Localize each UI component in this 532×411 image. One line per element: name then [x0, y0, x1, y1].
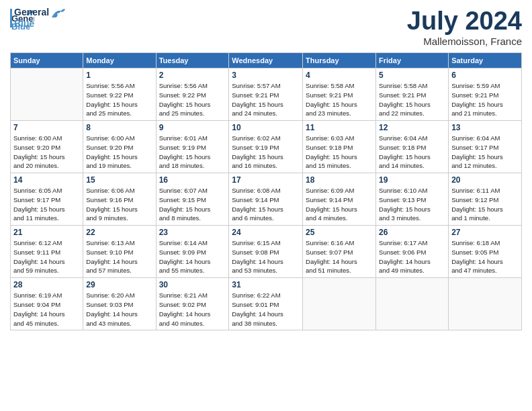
day-info: Sunrise: 6:03 AMSunset: 9:18 PMDaylight:… [306, 134, 373, 171]
day-number: 27 [451, 228, 519, 237]
calendar-week-4: 21Sunrise: 6:12 AMSunset: 9:11 PMDayligh… [11, 226, 522, 278]
day-number: 15 [86, 175, 152, 185]
calendar-header-row: SundayMondayTuesdayWednesdayThursdayFrid… [11, 53, 522, 68]
day-number: 19 [379, 175, 445, 185]
header-day-tuesday: Tuesday [156, 53, 229, 68]
calendar-cell: 30Sunrise: 6:21 AMSunset: 9:02 PMDayligh… [156, 278, 229, 330]
calendar-cell: 17Sunrise: 6:08 AMSunset: 9:14 PMDayligh… [229, 173, 303, 226]
day-info: Sunrise: 6:16 AMSunset: 9:07 PMDaylight:… [306, 238, 373, 275]
calendar-cell: 27Sunrise: 6:18 AMSunset: 9:05 PMDayligh… [449, 226, 522, 278]
calendar-cell: 9Sunrise: 6:01 AMSunset: 9:19 PMDaylight… [156, 121, 229, 173]
day-info: Sunrise: 6:21 AMSunset: 9:02 PMDaylight:… [159, 291, 226, 328]
calendar-cell: 14Sunrise: 6:05 AMSunset: 9:17 PMDayligh… [11, 173, 83, 226]
header-day-wednesday: Wednesday [229, 53, 303, 68]
calendar-cell: 28Sunrise: 6:19 AMSunset: 9:04 PMDayligh… [11, 278, 83, 330]
calendar-cell: 20Sunrise: 6:11 AMSunset: 9:12 PMDayligh… [449, 173, 522, 226]
calendar-cell: 18Sunrise: 6:09 AMSunset: 9:14 PMDayligh… [303, 173, 376, 226]
day-info: Sunrise: 6:22 AMSunset: 9:01 PMDaylight:… [232, 291, 300, 328]
day-info: Sunrise: 5:56 AMSunset: 9:22 PMDaylight:… [86, 81, 152, 118]
day-number: 21 [13, 228, 80, 237]
day-number: 3 [232, 71, 300, 80]
day-info: Sunrise: 6:09 AMSunset: 9:14 PMDaylight:… [306, 186, 373, 223]
calendar-cell: 23Sunrise: 6:14 AMSunset: 9:09 PMDayligh… [156, 226, 229, 278]
calendar-cell: 11Sunrise: 6:03 AMSunset: 9:18 PMDayligh… [303, 121, 376, 173]
day-number: 24 [232, 228, 300, 237]
day-info: Sunrise: 5:58 AMSunset: 9:21 PMDaylight:… [306, 81, 373, 118]
day-number: 31 [232, 280, 300, 289]
day-number: 4 [306, 71, 373, 80]
calendar-cell: 7Sunrise: 6:00 AMSunset: 9:20 PMDaylight… [11, 121, 83, 173]
calendar-cell: 4Sunrise: 5:58 AMSunset: 9:21 PMDaylight… [303, 68, 376, 121]
calendar-week-1: 1Sunrise: 5:56 AMSunset: 9:22 PMDaylight… [11, 68, 522, 121]
day-info: Sunrise: 6:07 AMSunset: 9:15 PMDaylight:… [159, 186, 226, 223]
calendar-cell: 24Sunrise: 6:15 AMSunset: 9:08 PMDayligh… [229, 226, 303, 278]
day-number: 10 [232, 123, 300, 132]
day-number: 23 [159, 228, 226, 237]
day-number: 17 [232, 175, 300, 185]
calendar-cell [449, 278, 522, 330]
calendar-cell: 5Sunrise: 5:58 AMSunset: 9:21 PMDaylight… [376, 68, 449, 121]
day-info: Sunrise: 6:00 AMSunset: 9:20 PMDaylight:… [86, 134, 152, 171]
logo-blue: Blue [14, 18, 49, 30]
day-info: Sunrise: 6:14 AMSunset: 9:09 PMDaylight:… [159, 238, 226, 275]
day-info: Sunrise: 6:04 AMSunset: 9:18 PMDaylight:… [379, 134, 445, 171]
day-info: Sunrise: 6:05 AMSunset: 9:17 PMDaylight:… [13, 186, 80, 223]
day-number: 30 [159, 280, 226, 289]
calendar-cell: 8Sunrise: 6:00 AMSunset: 9:20 PMDaylight… [83, 121, 156, 173]
day-info: Sunrise: 5:57 AMSunset: 9:21 PMDaylight:… [232, 81, 300, 118]
calendar-week-5: 28Sunrise: 6:19 AMSunset: 9:04 PMDayligh… [11, 278, 522, 330]
day-info: Sunrise: 6:13 AMSunset: 9:10 PMDaylight:… [86, 238, 152, 275]
day-info: Sunrise: 6:08 AMSunset: 9:14 PMDaylight:… [232, 186, 300, 223]
day-number: 9 [159, 123, 226, 132]
day-info: Sunrise: 6:11 AMSunset: 9:12 PMDaylight:… [451, 186, 519, 223]
day-number: 5 [379, 71, 445, 80]
logo-bird-icon [50, 8, 65, 20]
day-info: Sunrise: 6:00 AMSunset: 9:20 PMDaylight:… [13, 134, 80, 171]
page: General Blue General Blue [0, 0, 532, 337]
header-day-friday: Friday [376, 53, 449, 68]
day-number: 29 [86, 280, 152, 289]
day-info: Sunrise: 5:58 AMSunset: 9:21 PMDaylight:… [379, 81, 445, 118]
day-info: Sunrise: 6:01 AMSunset: 9:19 PMDaylight:… [159, 134, 226, 171]
day-number: 2 [159, 71, 226, 80]
header-day-monday: Monday [83, 53, 156, 68]
day-number: 6 [451, 71, 519, 80]
day-number: 7 [13, 123, 80, 132]
day-info: Sunrise: 6:17 AMSunset: 9:06 PMDaylight:… [379, 238, 445, 275]
calendar-cell [11, 68, 83, 121]
day-number: 18 [306, 175, 373, 185]
calendar-cell: 31Sunrise: 6:22 AMSunset: 9:01 PMDayligh… [229, 278, 303, 330]
day-number: 16 [159, 175, 226, 185]
day-info: Sunrise: 6:20 AMSunset: 9:03 PMDaylight:… [86, 291, 152, 328]
day-info: Sunrise: 6:15 AMSunset: 9:08 PMDaylight:… [232, 238, 300, 275]
calendar-cell: 13Sunrise: 6:04 AMSunset: 9:17 PMDayligh… [449, 121, 522, 173]
location: Mallemoisson, France [407, 36, 522, 47]
calendar-cell: 16Sunrise: 6:07 AMSunset: 9:15 PMDayligh… [156, 173, 229, 226]
calendar-cell: 12Sunrise: 6:04 AMSunset: 9:18 PMDayligh… [376, 121, 449, 173]
day-number: 26 [379, 228, 445, 237]
calendar-body: 1Sunrise: 5:56 AMSunset: 9:22 PMDaylight… [11, 68, 522, 330]
day-info: Sunrise: 6:19 AMSunset: 9:04 PMDaylight:… [13, 291, 80, 328]
header-day-sunday: Sunday [11, 53, 83, 68]
day-info: Sunrise: 6:04 AMSunset: 9:17 PMDaylight:… [451, 134, 519, 171]
day-number: 8 [86, 123, 152, 132]
day-number: 1 [86, 71, 152, 80]
calendar-week-2: 7Sunrise: 6:00 AMSunset: 9:20 PMDaylight… [11, 121, 522, 173]
header: General Blue General Blue [10, 7, 522, 47]
calendar-cell [303, 278, 376, 330]
calendar-cell: 25Sunrise: 6:16 AMSunset: 9:07 PMDayligh… [303, 226, 376, 278]
day-number: 14 [13, 175, 80, 185]
calendar-cell: 19Sunrise: 6:10 AMSunset: 9:13 PMDayligh… [376, 173, 449, 226]
calendar-table: SundayMondayTuesdayWednesdayThursdayFrid… [10, 52, 522, 330]
day-info: Sunrise: 6:10 AMSunset: 9:13 PMDaylight:… [379, 186, 445, 223]
calendar-cell: 6Sunrise: 5:59 AMSunset: 9:21 PMDaylight… [449, 68, 522, 121]
day-info: Sunrise: 6:12 AMSunset: 9:11 PMDaylight:… [13, 238, 80, 275]
calendar-cell: 10Sunrise: 6:02 AMSunset: 9:19 PMDayligh… [229, 121, 303, 173]
calendar-cell: 22Sunrise: 6:13 AMSunset: 9:10 PMDayligh… [83, 226, 156, 278]
day-info: Sunrise: 6:06 AMSunset: 9:16 PMDaylight:… [86, 186, 152, 223]
day-number: 11 [306, 123, 373, 132]
title-block: July 2024 Mallemoisson, France [407, 7, 522, 47]
day-info: Sunrise: 6:02 AMSunset: 9:19 PMDaylight:… [232, 134, 300, 171]
day-number: 25 [306, 228, 373, 237]
header-day-thursday: Thursday [303, 53, 376, 68]
